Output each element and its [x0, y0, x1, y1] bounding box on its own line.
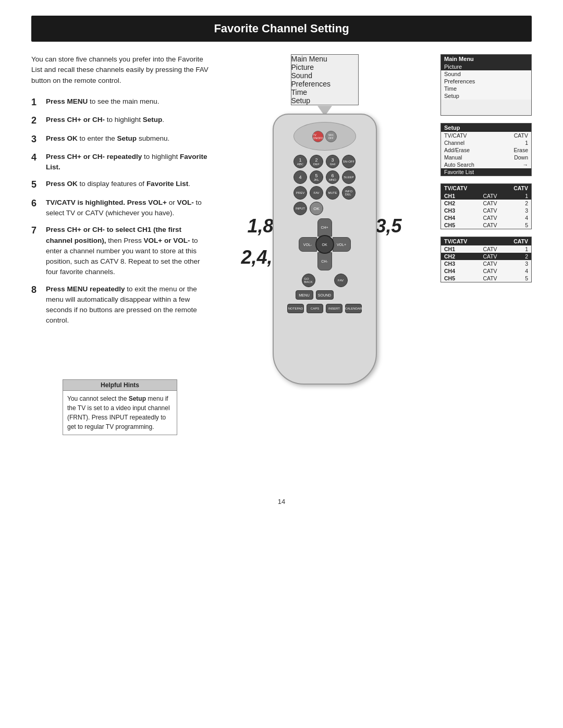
catv-row-ch4: CH4CATV4 [441, 214, 531, 221]
btn-5[interactable]: 5JKL [310, 170, 323, 184]
catv-row-ch2: CH2CATV2 [441, 200, 531, 207]
btn-ok-top[interactable]: OK [310, 202, 323, 215]
menu-item-picture: Picture [291, 63, 358, 71]
big-label-right: 3,5 [375, 215, 401, 237]
helpful-hints-title: Helpful Hints [63, 380, 177, 391]
step-text-8: Press MENU repeatedly to exit the menu o… [46, 284, 209, 326]
menu-item-setup: Setup [291, 96, 358, 105]
btn-row-3: PREV FAV MUTE INFODEL [279, 186, 371, 200]
step-3: 3 Press OK to enter the Setup submenu. [31, 133, 209, 145]
btn-notepad[interactable]: NOTEPAD [287, 304, 304, 313]
nav-cross: CH+ CH- VOL- VOL+ OK [299, 218, 351, 270]
btn-vol-minus[interactable]: VOL- [299, 237, 317, 252]
catv-box-2: TV/CATVCATV CH1CATV1 CH2CATV2 CH3CATV3 C… [440, 237, 532, 282]
step-text-6: TV/CATV is highlighted. Press VOL+ or VO… [46, 198, 209, 219]
step-num-3: 3 [31, 133, 42, 145]
btn-menu[interactable]: MENU [296, 290, 313, 300]
btn-power-tv[interactable]: TVON/OFF [312, 131, 324, 142]
setup-row-manual: ManualDown [441, 154, 531, 161]
btn-fav[interactable]: FAV [310, 186, 323, 200]
menu2-picture: Picture [441, 63, 531, 70]
catv-header-2: TV/CATVCATV [441, 237, 531, 245]
top-menu-screenshot: Main Menu Picture Sound Preferences Time… [291, 54, 359, 105]
big-label-left: 1,8 [248, 215, 274, 237]
btn-row-goback: GOBACK FAV [279, 274, 371, 287]
btn-ch-minus[interactable]: CH- [317, 252, 332, 270]
remote-control: 1,8 3,5 2,4,6,7 TVON/OFF SRCOFF 1ABC 2DE… [267, 114, 382, 385]
btn-sleep[interactable]: SLEEP [342, 170, 356, 184]
catv-row2-ch1: CH1CATV1 [441, 245, 531, 253]
btn-row-bottom: NOTEPAD CAPS INSERT CALENDAR [279, 304, 371, 313]
step-num-2: 2 [31, 115, 42, 127]
step-num-7: 7 [31, 225, 42, 277]
btn-sound[interactable]: SOUND [316, 290, 334, 300]
page-title: Favorite Channel Setting [31, 16, 532, 42]
step-1: 1 Press MENU to see the main menu. [31, 96, 209, 108]
btn-mute[interactable]: MUTE [326, 186, 339, 200]
btn-1[interactable]: 1ABC [293, 155, 307, 168]
remote-body: TVON/OFF SRCOFF 1ABC 2DEF 3GHI SN-OFF 4 … [273, 114, 377, 385]
menu2-setup: Setup [441, 92, 531, 100]
setup-row-tvcatv: TV/CATVCATV [441, 132, 531, 139]
btn-go-back[interactable]: GOBACK [302, 274, 315, 287]
step-7: 7 Press CH+ or CH- to select CH1 (the fi… [31, 225, 209, 277]
intro-text: You can store five channels you prefer i… [31, 54, 209, 86]
btn-ok-nav[interactable]: OK [315, 235, 334, 254]
step-4: 4 Press CH+ or CH- repeatedly to highlig… [31, 152, 209, 173]
setup-row-channel: Channel1 [441, 139, 531, 146]
btn-4[interactable]: 4 [293, 170, 307, 184]
btn-fav-bottom[interactable]: FAV [334, 274, 348, 287]
btn-insert[interactable]: INSERT [326, 304, 342, 313]
step-2: 2 Press CH+ or CH- to highlight Setup. [31, 115, 209, 127]
btn-input[interactable]: INPUT [293, 202, 307, 215]
btn-prev[interactable]: PREV [293, 186, 307, 200]
btn-3[interactable]: 3GHI [326, 155, 339, 168]
step-text-3: Press OK to enter the Setup submenu. [46, 133, 169, 145]
step-6: 6 TV/CATV is highlighted. Press VOL+ or … [31, 198, 209, 219]
btn-info[interactable]: INFODEL [342, 186, 356, 200]
menu-item-sound: Sound [291, 71, 358, 80]
steps-list: 1 Press MENU to see the main menu. 2 Pre… [31, 96, 209, 326]
step-text-1: Press MENU to see the main menu. [46, 96, 160, 108]
setup-title: Setup [441, 124, 531, 132]
menu2-preferences: Preferences [441, 78, 531, 85]
step-5: 5 Press OK to display features of Favori… [31, 179, 209, 191]
btn-vol-plus[interactable]: VOL+ [333, 237, 351, 252]
menu-screenshots-column: Main Menu Picture Sound Preferences Time… [440, 54, 532, 385]
remote-column: Main Menu Picture Sound Preferences Time… [219, 54, 430, 385]
btn-row-menu: MENU SOUND [279, 290, 371, 300]
btn-6[interactable]: 6MNO [326, 170, 339, 184]
btn-2[interactable]: 2DEF [310, 155, 323, 168]
step-text-2: Press CH+ or CH- to highlight Setup. [46, 115, 164, 127]
instructions-column: You can store five channels you prefer i… [31, 54, 209, 385]
btn-onoff[interactable]: SN-OFF [342, 155, 356, 168]
menu-item-time: Time [291, 88, 358, 96]
main-menu-screenshot-2: Main Menu Picture Sound Preferences Time… [440, 54, 532, 116]
catv-row-ch5: CH5CATV5 [441, 221, 531, 229]
setup-row-adderase: Add/EraseErase [441, 146, 531, 154]
step-text-7: Press CH+ or CH- to select CH1 (the firs… [46, 225, 209, 277]
btn-ch-plus[interactable]: CH+ [317, 218, 332, 237]
btn-power-catv[interactable]: SRCOFF [325, 131, 337, 142]
remote-sensor: TVON/OFF SRCOFF [293, 122, 356, 151]
btn-caps[interactable]: CAPS [307, 304, 323, 313]
catv-row2-ch5: CH5CATV5 [441, 275, 531, 282]
catv-box-1: TV/CATVCATV CH1CATV1 CH2CATV2 CH3CATV3 C… [440, 183, 532, 229]
btn-row-2: 4 5JKL 6MNO SLEEP [279, 170, 371, 184]
setup-row-favlist: Favorite List [441, 168, 531, 176]
step-num-1: 1 [31, 96, 42, 108]
menu-item-preferences: Preferences [291, 80, 358, 88]
step-8: 8 Press MENU repeatedly to exit the menu… [31, 284, 209, 326]
menu2-time: Time [441, 85, 531, 92]
step-num-6: 6 [31, 198, 42, 219]
step-text-5: Press OK to display features of Favorite… [46, 179, 190, 191]
helpful-hints-box: Helpful Hints You cannot select the Setu… [63, 379, 177, 435]
setup-menu-screenshot: Setup TV/CATVCATV Channel1 Add/EraseEras… [440, 123, 532, 176]
step-num-8: 8 [31, 284, 42, 326]
btn-row-1: 1ABC 2DEF 3GHI SN-OFF [279, 155, 371, 168]
menu2-sound: Sound [441, 70, 531, 78]
step-num-4: 4 [31, 152, 42, 173]
step-num-5: 5 [31, 179, 42, 191]
catv-row-ch3: CH3CATV3 [441, 207, 531, 214]
btn-calendar[interactable]: CALENDAR [345, 304, 362, 313]
